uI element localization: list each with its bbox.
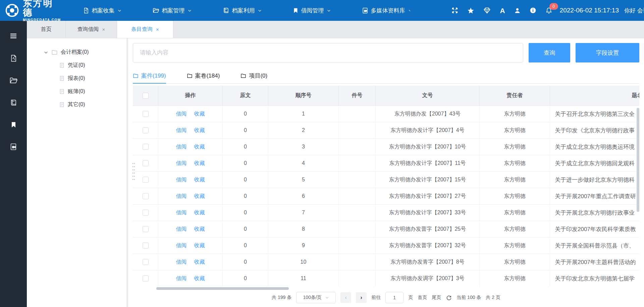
horizontal-scrollbar[interactable] bbox=[156, 287, 289, 290]
borrow-link[interactable]: 借阅 bbox=[176, 242, 187, 249]
table-row[interactable]: 借阅收藏05东方明德办发计字【2007】15号东方明德关于进一步做好北京东方明德… bbox=[133, 172, 639, 188]
font-size-icon[interactable]: A bbox=[500, 7, 505, 14]
select-all-checkbox[interactable] bbox=[143, 93, 149, 99]
page-size-select[interactable]: 100条/页 bbox=[296, 292, 336, 303]
top-navbar: 东方明德 MINGDEDATA.COM 档案收集 档案管理 档案利用 借阅管理 … bbox=[0, 0, 644, 21]
table-row[interactable]: 借阅收藏011东方明德办发调字【2007】3号东方明德关于印发北京东方明德第七届… bbox=[133, 270, 639, 287]
tree-item[interactable]: 凭证(0) bbox=[27, 59, 126, 72]
rail-bookmark-icon[interactable] bbox=[0, 114, 27, 136]
field-settings-button[interactable]: 字段设置 bbox=[576, 43, 639, 62]
cell-author: 东方明德 bbox=[480, 122, 550, 138]
vertical-scrollbar[interactable] bbox=[637, 108, 639, 212]
favorite-link[interactable]: 收藏 bbox=[194, 226, 205, 233]
tree-item[interactable]: 报表(0) bbox=[27, 72, 126, 85]
close-icon[interactable]: × bbox=[102, 27, 105, 32]
table-row[interactable]: 借阅收藏02东方明德办发计字【2007】4号东方明德关于印发《北京东方明德行政事 bbox=[133, 122, 639, 139]
rail-book-icon[interactable] bbox=[0, 91, 27, 114]
cell-original: 0 bbox=[223, 122, 268, 138]
borrow-link[interactable]: 借阅 bbox=[176, 143, 187, 150]
favorite-link[interactable]: 收藏 bbox=[194, 259, 205, 266]
window-tab-home[interactable]: 首页 bbox=[27, 21, 66, 38]
cell-author: 东方明德 bbox=[480, 155, 550, 171]
tree-item-accounting-archive[interactable]: 会计档案(0) bbox=[27, 46, 126, 59]
total-count: 共 199 条 bbox=[272, 295, 291, 301]
row-checkbox[interactable] bbox=[143, 259, 149, 265]
window-tab-borrow-query[interactable]: 查询借阅 × bbox=[66, 21, 117, 38]
borrow-link[interactable]: 借阅 bbox=[176, 259, 187, 266]
borrow-link[interactable]: 借阅 bbox=[176, 160, 187, 167]
gem-icon[interactable] bbox=[483, 7, 491, 14]
row-checkbox[interactable] bbox=[143, 144, 149, 150]
rail-media-file-icon[interactable] bbox=[0, 136, 27, 158]
cell-original: 0 bbox=[223, 139, 268, 155]
borrow-link[interactable]: 借阅 bbox=[176, 176, 187, 183]
search-input[interactable] bbox=[133, 43, 523, 62]
row-checkbox[interactable] bbox=[143, 111, 149, 117]
tab-case[interactable]: 案件(199) bbox=[133, 68, 166, 83]
next-page-button[interactable]: › bbox=[356, 292, 367, 303]
table-row[interactable]: 借阅收藏09东方明德办发普字【2007】32号东方明德关于开展全国科普示范县（市… bbox=[133, 237, 639, 254]
favorite-link[interactable]: 收藏 bbox=[194, 209, 205, 216]
borrow-link[interactable]: 借阅 bbox=[176, 111, 187, 118]
borrow-link[interactable]: 借阅 bbox=[176, 226, 187, 233]
menu-toggle-icon[interactable] bbox=[0, 25, 27, 47]
table-row[interactable]: 借阅收藏010东方明德办发青字【2007】8号东方明德关于开展2007年主题科普… bbox=[133, 254, 639, 270]
close-icon[interactable]: × bbox=[156, 27, 159, 32]
nav-menu-borrow[interactable]: 借阅管理 bbox=[293, 7, 331, 14]
favorite-link[interactable]: 收藏 bbox=[194, 242, 205, 249]
table-row[interactable]: 借阅收藏03东方明德办发计字【2007】10号东方明德关于成立北京东方明德奥运环… bbox=[133, 139, 639, 155]
cell-title: 关于召开北京东方明德第三次全 bbox=[550, 106, 639, 122]
favorite-link[interactable]: 收藏 bbox=[194, 160, 205, 167]
favorite-link[interactable]: 收藏 bbox=[194, 127, 205, 134]
nav-menu-collect[interactable]: 档案收集 bbox=[83, 7, 122, 14]
bell-icon[interactable]: 0 bbox=[545, 7, 552, 14]
table-row[interactable]: 借阅收藏06东方明德办发计字【2007】27号东方明德关于开展2007年重点工作… bbox=[133, 188, 639, 205]
fullscreen-icon[interactable] bbox=[451, 7, 458, 14]
row-checkbox[interactable] bbox=[143, 160, 149, 166]
favorite-link[interactable]: 收藏 bbox=[194, 111, 205, 118]
rail-folder-open-icon[interactable] bbox=[0, 69, 27, 91]
row-checkbox[interactable] bbox=[143, 243, 149, 249]
window-tab-entry-query[interactable]: 条目查询 × bbox=[117, 21, 173, 38]
prev-page-button[interactable]: ‹ bbox=[340, 292, 351, 303]
row-checkbox[interactable] bbox=[143, 226, 149, 232]
favorite-link[interactable]: 收藏 bbox=[194, 143, 205, 150]
nav-menu-use[interactable]: 档案利用 bbox=[223, 7, 262, 14]
borrow-link[interactable]: 借阅 bbox=[176, 209, 187, 216]
nav-menu-manage[interactable]: 档案管理 bbox=[153, 7, 192, 14]
table-row[interactable]: 借阅收藏04东方明德办发计字【2007】11号东方明德关于成立北京东方明德回龙观… bbox=[133, 155, 639, 172]
borrow-link[interactable]: 借阅 bbox=[176, 193, 187, 200]
tab-volume[interactable]: 案卷(184) bbox=[187, 68, 220, 83]
tab-project[interactable]: 项目(0) bbox=[240, 68, 267, 83]
cell-doc-no: 东方明德办发计字【2007】15号 bbox=[376, 172, 480, 188]
cell-ops: 借阅收藏 bbox=[158, 122, 223, 138]
borrow-link[interactable]: 借阅 bbox=[176, 275, 187, 282]
row-checkbox[interactable] bbox=[143, 210, 149, 216]
row-checkbox[interactable] bbox=[143, 275, 149, 281]
table-row[interactable]: 借阅收藏07东方明德办发计字【2007】33号东方明德关于开展北京东方明德行政事… bbox=[133, 205, 639, 221]
tree-item[interactable]: 账簿(0) bbox=[27, 85, 126, 98]
tab-label: 案卷(184) bbox=[195, 72, 220, 80]
query-button[interactable]: 查询 bbox=[529, 43, 570, 62]
user-icon[interactable] bbox=[514, 7, 521, 14]
goto-page-input[interactable] bbox=[385, 292, 404, 303]
favorite-link[interactable]: 收藏 bbox=[194, 176, 205, 183]
cell-item-no bbox=[339, 172, 376, 188]
tree-item[interactable]: 其它(0) bbox=[27, 98, 126, 111]
row-checkbox[interactable] bbox=[143, 177, 149, 183]
panel-splitter-handle[interactable] bbox=[132, 162, 135, 181]
favorite-link[interactable]: 收藏 bbox=[194, 275, 205, 282]
rail-file-icon[interactable] bbox=[0, 47, 27, 69]
star-icon[interactable] bbox=[467, 7, 474, 14]
table-row[interactable]: 借阅收藏01东方明德办发【2007】43号东方明德关于召开北京东方明德第三次全 bbox=[133, 106, 639, 122]
info-icon[interactable] bbox=[530, 7, 536, 14]
row-checkbox[interactable] bbox=[143, 127, 149, 133]
favorite-link[interactable]: 收藏 bbox=[194, 193, 205, 200]
borrow-link[interactable]: 借阅 bbox=[176, 127, 187, 134]
row-checkbox[interactable] bbox=[143, 193, 149, 199]
last-page-link[interactable]: 尾页 bbox=[432, 295, 441, 301]
first-page-link[interactable]: 首页 bbox=[418, 295, 427, 301]
table-row[interactable]: 借阅收藏08东方明德办发普字【2007】25号东方明德关于印发2007年农民科学… bbox=[133, 221, 639, 237]
nav-menu-media[interactable]: 多媒体资料库 bbox=[362, 7, 412, 14]
refresh-icon[interactable] bbox=[446, 295, 452, 301]
